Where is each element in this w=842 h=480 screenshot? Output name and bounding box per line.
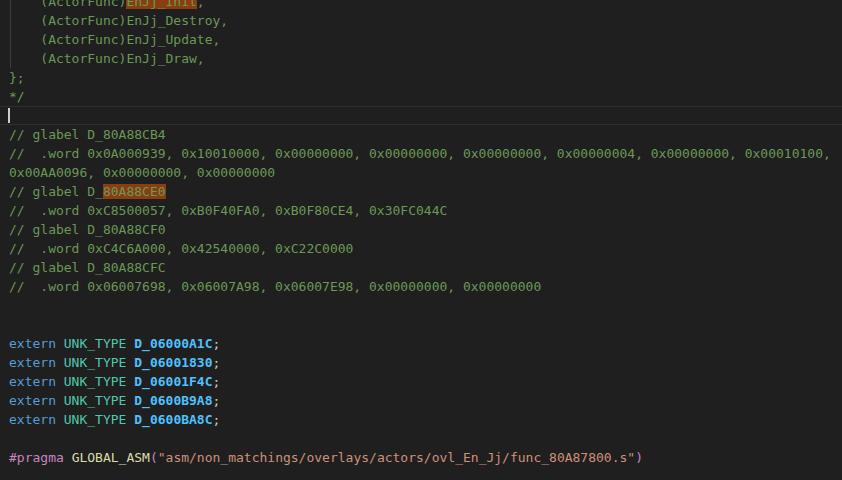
text-cursor — [8, 108, 10, 123]
search-match-highlight[interactable]: EnJj_Init — [126, 0, 196, 9]
code-line[interactable]: // glabel D_80A88CFC — [0, 258, 842, 277]
code-token[interactable]: // glabel D_80A88CB4 — [9, 127, 166, 142]
code-token[interactable]: extern — [9, 412, 64, 427]
code-token[interactable]: // glabel D_ — [9, 184, 103, 199]
code-token[interactable]: ; — [213, 336, 221, 351]
code-token[interactable]: UNK_TYPE — [64, 355, 134, 370]
search-match-highlight[interactable]: 80A88CE0 — [103, 184, 166, 199]
code-line[interactable] — [0, 315, 842, 334]
code-token[interactable]: // .word 0xC4C6A000, 0x42540000, 0xC22C0… — [9, 241, 353, 256]
code-token[interactable]: "asm/non_matchings/overlays/actors/ovl_E… — [158, 450, 635, 465]
code-token[interactable]: D_06001F4C — [134, 374, 212, 389]
code-token[interactable]: ) — [635, 450, 643, 465]
code-line[interactable] — [0, 296, 842, 315]
code-line[interactable]: #pragma GLOBAL_ASM("asm/non_matchings/ov… — [0, 448, 842, 467]
code-token[interactable]: UNK_TYPE — [64, 336, 134, 351]
code-line[interactable]: 0x00AA0096, 0x00000000, 0x00000000 — [0, 163, 842, 182]
code-token[interactable]: ; — [213, 355, 221, 370]
code-line[interactable]: // glabel D_80A88CB4 — [0, 125, 842, 144]
code-token[interactable]: extern — [9, 355, 64, 370]
code-line[interactable]: extern UNK_TYPE D_06000A1C; — [0, 334, 842, 353]
code-line[interactable]: extern UNK_TYPE D_06001F4C; — [0, 372, 842, 391]
code-line[interactable]: (ActorFunc)EnJj_Destroy, — [0, 11, 842, 30]
code-token[interactable]: UNK_TYPE — [64, 374, 134, 389]
code-token[interactable]: */ — [9, 89, 25, 104]
code-line[interactable] — [0, 429, 842, 448]
code-line[interactable]: (ActorFunc)EnJj_Update, — [0, 30, 842, 49]
code-token[interactable]: D_0600BA8C — [134, 412, 212, 427]
code-token[interactable]: }; — [9, 70, 25, 85]
code-token[interactable]: GLOBAL_ASM — [72, 450, 150, 465]
code-line[interactable]: (ActorFunc)EnJj_Draw, — [0, 49, 842, 68]
code-token[interactable]: extern — [9, 336, 64, 351]
code-token[interactable]: #pragma — [9, 450, 72, 465]
code-token[interactable]: (ActorFunc)EnJj_Draw, — [9, 51, 205, 66]
code-line[interactable]: // glabel D_80A88CF0 — [0, 220, 842, 239]
code-token[interactable]: 0x00AA0096, 0x00000000, 0x00000000 — [9, 165, 275, 180]
code-token[interactable]: (ActorFunc) — [9, 0, 126, 9]
code-token[interactable]: // .word 0x06007698, 0x06007A98, 0x06007… — [9, 279, 541, 294]
code-token[interactable]: // glabel D_80A88CF0 — [9, 222, 166, 237]
code-line[interactable]: // .word 0x06007698, 0x06007A98, 0x06007… — [0, 277, 842, 296]
code-line[interactable]: extern UNK_TYPE D_0600B9A8; — [0, 391, 842, 410]
code-token[interactable]: // .word 0x0A000939, 0x10010000, 0x00000… — [9, 146, 831, 161]
code-line[interactable]: extern UNK_TYPE D_06001830; — [0, 353, 842, 372]
code-line-current[interactable] — [0, 106, 842, 125]
code-token[interactable]: (ActorFunc)EnJj_Update, — [9, 32, 220, 47]
code-token[interactable]: extern — [9, 374, 64, 389]
code-token[interactable]: D_0600B9A8 — [134, 393, 212, 408]
code-token[interactable]: extern — [9, 393, 64, 408]
code-token[interactable]: // .word 0xC8500057, 0xB0F40FA0, 0xB0F80… — [9, 203, 447, 218]
code-token[interactable]: // glabel D_80A88CFC — [9, 260, 166, 275]
code-token[interactable]: ( — [150, 450, 158, 465]
code-line[interactable]: // .word 0xC4C6A000, 0x42540000, 0xC22C0… — [0, 239, 842, 258]
code-line[interactable]: // .word 0x0A000939, 0x10010000, 0x00000… — [0, 144, 842, 163]
code-token[interactable]: D_06001830 — [134, 355, 212, 370]
code-line[interactable]: extern UNK_TYPE D_0600BA8C; — [0, 410, 842, 429]
code-line[interactable]: */ — [0, 87, 842, 106]
code-token[interactable]: (ActorFunc)EnJj_Destroy, — [9, 13, 228, 28]
code-token[interactable]: D_06000A1C — [134, 336, 212, 351]
code-token[interactable]: UNK_TYPE — [64, 412, 134, 427]
code-token[interactable]: , — [197, 0, 205, 9]
code-token[interactable]: UNK_TYPE — [64, 393, 134, 408]
code-token[interactable]: ; — [213, 393, 221, 408]
editor-viewport: (ActorFunc)EnJj_Init, (ActorFunc)EnJj_De… — [0, 0, 842, 480]
code-line[interactable]: (ActorFunc)EnJj_Init, — [0, 0, 842, 11]
code-token[interactable]: ; — [213, 374, 221, 389]
code-token[interactable]: ; — [213, 412, 221, 427]
code-editor[interactable]: (ActorFunc)EnJj_Init, (ActorFunc)EnJj_De… — [0, 0, 842, 480]
code-line[interactable]: }; — [0, 68, 842, 87]
code-line[interactable]: // .word 0xC8500057, 0xB0F40FA0, 0xB0F80… — [0, 201, 842, 220]
code-line[interactable] — [0, 467, 842, 480]
code-line[interactable]: // glabel D_80A88CE0 — [0, 182, 842, 201]
